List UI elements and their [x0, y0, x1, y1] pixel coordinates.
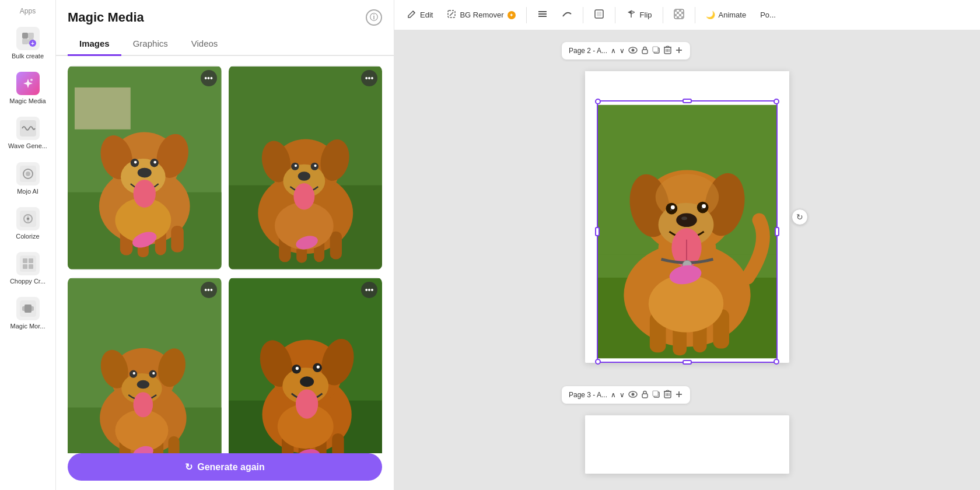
page-2-copy-btn[interactable] — [652, 46, 660, 56]
po-button[interactable]: Po... — [754, 7, 782, 23]
rotate-handle[interactable]: ↻ — [792, 209, 808, 225]
page-2-lock-btn[interactable] — [641, 46, 649, 56]
svg-rect-16 — [29, 258, 33, 263]
wave-gene-icon — [16, 117, 40, 140]
sidebar-item-label-magic: Magic Media — [9, 97, 46, 105]
svg-point-13 — [27, 218, 29, 220]
page-3-copy-btn[interactable] — [652, 390, 660, 400]
svg-text:+: + — [31, 40, 34, 47]
handle-ml[interactable] — [595, 227, 600, 236]
toolbar-divider-5 — [695, 7, 695, 23]
svg-point-117 — [632, 48, 635, 51]
image-card-1[interactable]: ••• — [68, 65, 222, 270]
lines-button[interactable] — [531, 6, 554, 24]
svg-rect-1 — [28, 33, 34, 38]
svg-point-37 — [134, 161, 137, 164]
image-grid: ••• — [68, 65, 382, 453]
sidebar-item-mojo-ai[interactable]: Mojo AI — [5, 158, 51, 200]
svg-rect-108 — [674, 9, 677, 12]
page-3-eye-btn[interactable] — [628, 391, 638, 400]
panel-header: Magic Media ⓘ — [56, 0, 394, 26]
handle-mr[interactable] — [775, 227, 779, 236]
more-btn-3[interactable]: ••• — [201, 282, 217, 298]
page-2-label: Page 2 - A... — [569, 47, 607, 55]
info-icon[interactable]: ⓘ — [366, 9, 382, 26]
generate-again-button[interactable]: ↻ Generate again — [68, 453, 382, 481]
page-2-up-btn[interactable]: ∧ — [611, 47, 616, 55]
svg-point-95 — [316, 366, 319, 369]
page-2-eye-btn[interactable] — [628, 47, 638, 55]
page-2-add-btn[interactable] — [675, 46, 683, 56]
svg-point-10 — [26, 172, 30, 176]
image-card-2[interactable]: ••• — [229, 65, 383, 270]
image-card-3[interactable]: ••• — [68, 277, 222, 453]
handle-tl[interactable] — [595, 99, 601, 104]
handle-br[interactable] — [774, 359, 779, 365]
tab-images[interactable]: Images — [68, 33, 121, 56]
page-2-delete-btn[interactable] — [664, 46, 671, 56]
flip-button[interactable]: Flip — [620, 6, 658, 24]
svg-point-39 — [138, 168, 152, 178]
canvas-page-2[interactable]: ↻ — [585, 71, 789, 363]
bg-remover-badge: ✦ — [508, 11, 516, 19]
page-3-down-btn[interactable]: ∨ — [620, 391, 625, 399]
more-btn-2[interactable]: ••• — [361, 70, 377, 86]
svg-rect-104 — [597, 12, 601, 16]
svg-rect-67 — [168, 436, 179, 453]
magic-media-panel: Magic Media ⓘ Images Graphics Videos — [56, 0, 394, 490]
tab-videos[interactable]: Videos — [180, 33, 230, 56]
svg-point-76 — [152, 372, 155, 374]
handle-bc[interactable] — [682, 360, 692, 365]
handle-tc[interactable] — [682, 99, 692, 103]
canvas-scroll[interactable]: Page 2 - A... ∧ ∨ — [394, 30, 980, 490]
sidebar-item-label-magic-mor: Magic Mor... — [10, 323, 46, 330]
svg-point-156 — [632, 393, 635, 396]
sidebar-item-choppy-cr[interactable]: Choppy Cr... — [5, 247, 51, 290]
sidebar-item-label-colorize: Colorize — [16, 233, 39, 240]
tabs-bar: Images Graphics Videos — [56, 33, 394, 56]
generate-icon: ↻ — [185, 461, 192, 473]
svg-point-40 — [134, 180, 156, 208]
sidebar-item-wave-gene[interactable]: Wave Gene... — [5, 112, 51, 155]
edit-button[interactable]: Edit — [401, 6, 439, 24]
curve-button[interactable] — [556, 6, 578, 24]
checkerboard-button[interactable] — [668, 5, 690, 24]
page-3-up-btn[interactable]: ∧ — [611, 391, 616, 399]
page-3-delete-btn[interactable] — [664, 390, 671, 400]
page-2-down-btn[interactable]: ∨ — [620, 47, 625, 55]
page-3-controls: Page 3 - A... ∧ ∨ — [562, 386, 690, 404]
curve-icon — [562, 9, 572, 20]
panel-content: ••• — [56, 56, 394, 453]
sidebar-item-colorize[interactable]: Colorize — [5, 202, 51, 245]
svg-rect-159 — [653, 391, 658, 396]
svg-point-56 — [294, 164, 296, 167]
colorize-icon — [16, 207, 40, 230]
svg-point-146 — [702, 204, 706, 208]
crop-icon — [594, 9, 604, 21]
page-3-add-btn[interactable] — [675, 390, 683, 400]
bg-remover-button[interactable]: BG Remover ✦ — [441, 6, 521, 24]
selected-image-frame[interactable] — [597, 100, 778, 363]
sidebar-item-magic-mor[interactable]: Magic Mor... — [5, 292, 51, 335]
canvas-page-3[interactable] — [585, 415, 789, 474]
svg-point-147 — [670, 209, 672, 211]
tab-graphics[interactable]: Graphics — [121, 33, 180, 56]
page-3-content — [585, 415, 789, 474]
sidebar-item-label-wave: Wave Gene... — [8, 142, 47, 150]
sidebar-item-magic-media[interactable]: Magic Media — [5, 67, 51, 110]
svg-rect-17 — [23, 264, 27, 269]
svg-point-59 — [293, 183, 314, 210]
svg-point-57 — [314, 164, 316, 167]
page-3-lock-btn[interactable] — [641, 390, 649, 400]
image-card-4[interactable]: ••• — [229, 277, 383, 453]
animate-button[interactable]: 🌙 Animate — [700, 7, 752, 23]
svg-rect-21 — [24, 304, 32, 313]
sidebar-item-bulk-create[interactable]: + Bulk create — [5, 22, 51, 65]
more-btn-1[interactable]: ••• — [201, 70, 217, 86]
handle-bl[interactable] — [595, 359, 601, 365]
magic-mor-icon — [16, 297, 40, 320]
svg-rect-112 — [674, 14, 677, 16]
crop-button[interactable] — [588, 5, 610, 24]
handle-tr[interactable] — [774, 99, 779, 104]
svg-rect-86 — [332, 433, 344, 453]
